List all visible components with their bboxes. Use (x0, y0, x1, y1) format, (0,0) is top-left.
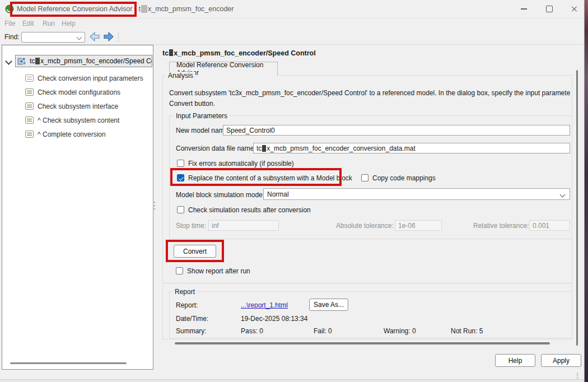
save-as-button[interactable]: Save As... (309, 299, 348, 311)
replace-content-checkbox[interactable] (177, 174, 184, 181)
check-document-icon (25, 103, 34, 110)
tree-root-label: tcx_mcb_pmsm_foc_encoder/Speed Control (30, 57, 152, 65)
background-window-strip (584, 0, 588, 382)
input-parameters-legend: Input Parameters (174, 112, 230, 120)
report-link[interactable]: ...\report_1.html (241, 301, 288, 309)
copy-code-mappings-checkbox[interactable] (361, 174, 368, 181)
tree-item-check-model-configurations[interactable]: Check model configurations (2, 85, 176, 99)
report-group (169, 291, 572, 338)
summary-warning: Warning: 0 (384, 327, 416, 335)
absolute-tolerance-input: 1e-06 (395, 220, 442, 231)
redaction-box (141, 5, 147, 13)
absolute-tolerance-label: Absolute tolerance: (336, 222, 394, 230)
report-legend: Report (172, 288, 197, 296)
relative-tolerance-input: 0.001 (529, 220, 570, 231)
redaction-box (35, 58, 40, 64)
title-bar: Model Reference Conversion Advisor - tx_… (0, 0, 588, 18)
section-separator (163, 283, 572, 283)
sim-mode-label: Model block simulation mode: (176, 191, 264, 199)
panel-horizontal-scrollbar[interactable] (175, 342, 550, 344)
subsystem-heading: tcx_mcb_pmsm_foc_encoder/Speed Control (162, 49, 316, 57)
summary-label: Summary: (176, 327, 207, 335)
window-title: Model Reference Conversion Advisor - tx_… (17, 0, 234, 18)
replace-content-label[interactable]: Replace the content of a subsystem with … (188, 174, 352, 182)
fix-errors-checkbox[interactable] (177, 160, 184, 167)
find-previous-button[interactable] (90, 32, 100, 41)
new-model-name-label: New model name: (176, 127, 230, 134)
analysis-legend: Analysis (166, 72, 195, 80)
maximize-icon (546, 6, 553, 12)
copy-code-mappings-label[interactable]: Copy code mappings (372, 174, 436, 182)
show-report-label[interactable]: Show report after run (187, 267, 250, 275)
check-simulation-results-label[interactable]: Check simulation results after conversio… (188, 206, 311, 214)
report-label: Report: (176, 301, 198, 309)
close-icon (571, 6, 578, 12)
panel-vertical-scrollbar[interactable] (576, 70, 578, 346)
menu-edit[interactable]: Edit (22, 18, 34, 30)
tree-item-check-conversion-input-parameters[interactable]: Check conversion input parameters (2, 71, 176, 85)
conversion-data-file-label: Conversion data file name: (176, 145, 256, 152)
check-document-icon (25, 74, 34, 82)
tree-item-check-subsystem-interface[interactable]: Check subsystem interface (2, 99, 176, 113)
new-model-name-input[interactable]: Speed_Control0 (223, 125, 570, 136)
maximize-button[interactable] (540, 0, 559, 18)
menu-help[interactable]: Help (62, 18, 76, 30)
analysis-description-line1: Convert subsystem 'tc3x_mcb_pmsm_foc_enc… (169, 89, 570, 97)
datetime-value: 19-Dec-2025 08:13:34 (241, 315, 307, 323)
find-toolbar: Find: (0, 30, 588, 45)
apply-button[interactable]: Apply (541, 354, 581, 367)
resize-grip[interactable] (576, 372, 579, 380)
summary-not-run: Not Run: 5 (451, 327, 483, 335)
minimize-button[interactable] (514, 0, 533, 18)
find-next-button[interactable] (103, 32, 114, 41)
show-report-checkbox[interactable] (176, 267, 183, 274)
tree-horizontal-scrollbar[interactable] (10, 362, 127, 364)
stop-time-input: inf (208, 220, 279, 231)
chevron-down-icon[interactable] (77, 35, 82, 40)
convert-button[interactable]: Convert (174, 245, 216, 258)
analysis-description-line2: Convert button. (169, 100, 570, 108)
close-button[interactable] (565, 0, 584, 18)
conversion-data-file-input[interactable]: tcx_mcb_pmsm_foc_encoder_conversion_data… (253, 143, 570, 153)
help-button[interactable]: Help (495, 354, 535, 367)
chevron-down-icon (560, 192, 566, 198)
check-document-icon (25, 117, 34, 124)
relative-tolerance-label: Relative tolerance: (473, 222, 529, 230)
redaction-box (262, 145, 266, 152)
check-simulation-results-checkbox[interactable] (177, 206, 184, 213)
sim-mode-dropdown[interactable]: Normal (263, 188, 570, 200)
summary-pass: Pass: 0 (241, 327, 263, 335)
stop-time-label: Stop time: (176, 222, 206, 230)
model-icon (17, 57, 27, 66)
find-input[interactable] (21, 32, 85, 43)
tree-item-complete-conversion[interactable]: ^ Complete conversion (2, 127, 176, 141)
panel-splitter[interactable] (154, 202, 155, 209)
minimize-icon (521, 8, 527, 10)
tree-item-check-subsystem-content[interactable]: ^ Check subsystem content (2, 113, 176, 127)
menu-file[interactable]: File (4, 18, 15, 30)
checks-tree-panel: tcx_mcb_pmsm_foc_encoder/Speed Control C… (2, 45, 153, 370)
toolbar-separator (118, 32, 119, 42)
check-document-icon (25, 131, 34, 138)
taskbar-edge (0, 379, 588, 382)
tree-root-node[interactable]: tcx_mcb_pmsm_foc_encoder/Speed Control (15, 55, 152, 67)
model-reference-conversion-advisor-window: Model Reference Conversion Advisor - tx_… (0, 0, 588, 382)
summary-fail: Fail: 0 (314, 327, 332, 335)
fix-errors-label[interactable]: Fix errors automatically (if possible) (188, 160, 294, 167)
redaction-box (169, 49, 173, 56)
app-icon (5, 4, 14, 13)
find-label: Find: (4, 30, 20, 44)
tree-expand-chevron-icon[interactable] (5, 58, 12, 65)
check-document-icon (25, 88, 34, 96)
datetime-label: Date/Time: (176, 315, 208, 323)
menu-run[interactable]: Run (43, 18, 55, 30)
